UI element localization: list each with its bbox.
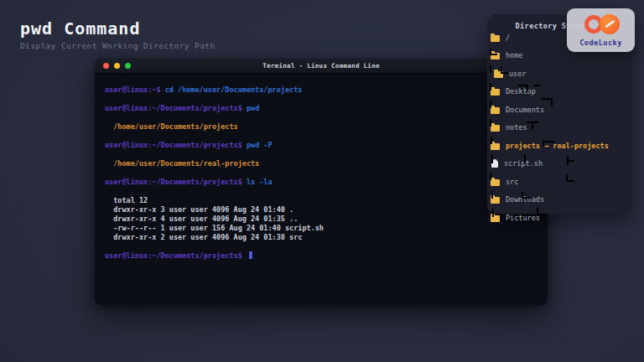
terminal-text-prompt: user@linux:~/Documents/projects$ [105,104,247,112]
terminal-line [105,95,539,104]
terminal-text-path: /home/user/Documents/real-projects [105,159,259,168]
tree-connector-line [522,192,532,199]
tree-connector-line [490,101,491,108]
tree-item-user: user [491,65,633,83]
terminal-body[interactable]: user@linux:~$ cd /home/user/Documents/pr… [95,74,548,261]
tree-item-Documents: Documents [491,101,633,119]
brand-name: CodeLucky [567,39,635,47]
terminal-text-prompt: user@linux:~/Documents/projects$ [105,178,247,186]
tree-item-label: user [509,70,526,78]
terminal-line [105,150,539,159]
tree-item-Downloads: Downloads [491,191,633,209]
tree-connector-line [569,160,574,162]
folder-icon [491,89,500,96]
directory-tree: /homeuserDesktopDocumentsnotesprojects →… [491,28,633,227]
tree-item-Pictures: Pictures [491,209,633,227]
tree-connector-line [491,191,493,199]
terminal-text-cmd: cd /home/user/Documents/projects [165,85,303,94]
terminal-line: drwxr-xr-x 4 user user 4096 Aug 24 01:35… [105,215,539,224]
folder-icon [491,125,500,132]
brand-badge: CodeLucky [567,8,635,52]
terminal-line: drwxr-xr-x 2 user user 4096 Aug 24 01:38… [105,233,539,242]
terminal-line: user@linux:~$ cd /home/user/Documents/pr… [105,85,539,95]
terminal-text-out: -rw-r--r-- 1 user user 156 Aug 24 01:40 … [105,224,324,232]
tree-connector-line [501,66,508,74]
terminal-window-title: Terminal - Linux Command Line [95,62,548,70]
terminal-titlebar[interactable]: Terminal - Linux Command Line [95,59,548,74]
tree-item-label: Documents [506,106,544,114]
terminal-line: /home/user/Documents/real-projects [105,159,539,168]
logo-ring-right [600,14,620,34]
folder-icon [491,35,500,42]
terminal-text-path: /home/user/Documents/projects [105,122,238,131]
tree-connector-line [537,208,547,215]
terminal-text-cmd: pwd -P [247,141,273,149]
infinity-logo-icon [583,14,620,34]
terminal-cursor[interactable] [249,251,252,259]
tree-connector-line [518,85,528,91]
terminal-line [105,168,539,178]
tree-connector-line [490,48,497,55]
terminal-line [105,187,539,196]
folder-icon [491,107,500,114]
terminal-text-out: total 12 [105,196,148,204]
tree-connector-line [533,85,540,86]
terminal-text-prompt: user@linux:~/Documents/projects$ [105,251,247,260]
tree-item-notes: notes [491,119,633,137]
tree-connector-line [532,122,533,129]
tree-connector-line [490,83,491,90]
tree-item-projects: projects → real-projects [491,137,633,155]
tree-connector-line [490,173,491,180]
terminal-line: total 12 [105,196,539,205]
terminal-text-cmd: pwd [247,104,259,112]
page-title: pwd Command [20,18,140,39]
terminal-line: user@linux:~/Documents/projects$ pwd [105,104,539,113]
tree-item-label: projects → real-projects [506,142,609,150]
tree-connector-line [541,98,553,106]
terminal-text-out: drwxr-xr-x 2 user user 4096 Aug 24 01:38… [105,233,302,241]
terminal-line [105,242,539,251]
tree-connector-line [491,155,493,163]
terminal-line [105,113,539,122]
tree-connector-line [566,174,574,182]
terminal-line [105,132,539,141]
tree-item-Desktop: Desktop [491,83,633,101]
terminal-line: /home/user/Documents/projects [105,122,539,132]
tree-connector-line [490,65,491,73]
terminal-text-out: drwxr-xr-x 3 user user 4096 Aug 24 01:40… [105,205,293,214]
terminal-text-prompt: user@linux:~/Documents/projects$ [105,141,247,149]
tree-item-label: home [506,51,522,59]
terminal-window: Terminal - Linux Command Line user@linux… [95,59,548,305]
folder-icon [491,179,500,186]
terminal-text-cmd: ls -la [247,178,273,186]
tree-item-label: Pictures [506,214,540,222]
tree-item-label: / [506,34,510,42]
tree-item-src: src [491,173,633,191]
tree-item-script.sh: script.sh [491,155,633,173]
tree-connector-line [490,119,491,127]
tree-item-label: notes [506,123,527,132]
tree-connector-line [491,137,492,144]
page-subtitle: Display Current Working Directory Path [20,41,216,50]
tree-connector-line [543,141,554,147]
tree-connector-line [492,209,494,217]
terminal-line: user@linux:~/Documents/projects$ ls -la [105,178,539,187]
terminal-line: user@linux:~/Documents/projects$ pwd -P [105,141,539,150]
terminal-line: user@linux:~/Documents/projects$ [105,251,539,261]
terminal-text-prompt: user@linux:~$ [105,85,165,94]
terminal-text-out: drwxr-xr-x 4 user user 4096 Aug 24 01:35… [105,215,298,223]
terminal-line: -rw-r--r-- 1 user user 156 Aug 24 01:40 … [105,224,539,233]
terminal-line: drwxr-xr-x 3 user user 4096 Aug 24 01:40… [105,205,539,215]
tree-connector-line [524,154,526,163]
tree-item-label: src [506,178,518,186]
